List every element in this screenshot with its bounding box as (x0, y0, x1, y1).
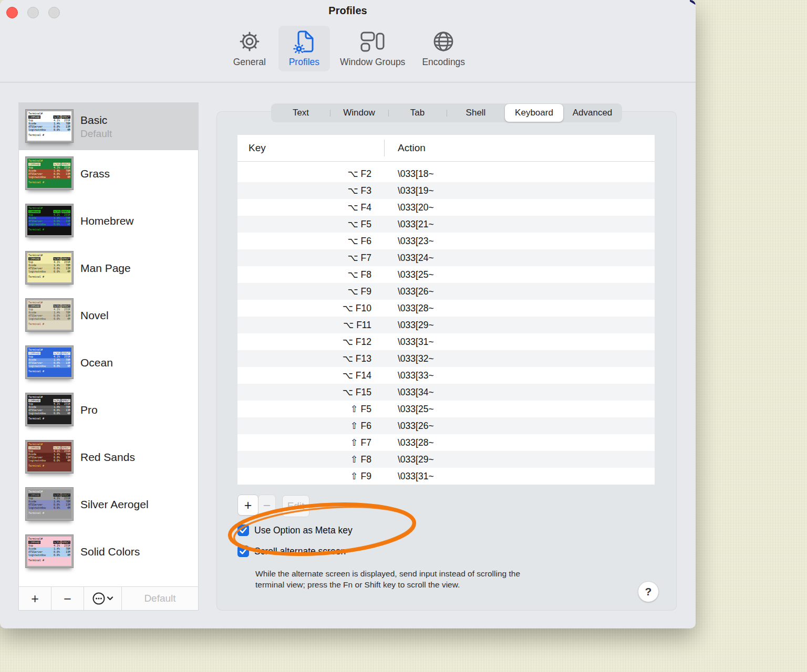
table-row[interactable]: ⇧ F6 \033[26~ (237, 417, 655, 434)
table-row[interactable]: ⌥ F5 \033[21~ (237, 216, 655, 233)
remove-profile-button[interactable]: − (51, 587, 84, 610)
key-cell: ⌥ F13 (237, 353, 384, 364)
profile-thumbnail: Terminal# COMMAND%CPURPRVT top4.1%231KXc… (26, 110, 73, 143)
table-row[interactable]: ⌥ F8 \033[25~ (237, 266, 655, 283)
table-row[interactable]: ⌥ F15 \033[34~ (237, 384, 655, 401)
table-row[interactable]: ⌥ F14 \033[33~ (237, 367, 655, 384)
gear-icon (239, 29, 261, 54)
table-row[interactable]: ⌥ F7 \033[24~ (237, 249, 655, 266)
profile-thumbnail: Terminal# COMMAND%CPURPRVT top4.1%231KXc… (26, 346, 73, 380)
table-row[interactable]: ⌥ F3 \033[19~ (237, 182, 655, 199)
remove-key-button[interactable]: − (258, 495, 276, 516)
key-cell: ⌥ F10 (237, 303, 384, 314)
add-key-button[interactable]: + (237, 495, 258, 516)
profile-list-item[interactable]: Terminal# COMMAND%CPURPRVT top4.1%231KXc… (19, 528, 198, 575)
table-row[interactable]: ⌥ F2 \033[18~ (237, 165, 655, 182)
profile-list-item[interactable]: Terminal# COMMAND%CPURPRVT top4.1%231KXc… (19, 434, 198, 481)
table-row[interactable]: ⌥ F11 \033[29~ (237, 317, 655, 333)
profile-name: Red Sands (80, 451, 135, 464)
profile-thumbnail: Terminal# COMMAND%CPURPRVT top4.1%231KXc… (26, 204, 73, 238)
key-cell: ⌥ F12 (237, 337, 384, 348)
profile-list-item[interactable]: Terminal# COMMAND%CPURPRVT top4.1%231KXc… (19, 150, 198, 197)
table-row[interactable]: ⌥ F13 \033[32~ (237, 350, 655, 367)
tab-tab[interactable]: Tab (388, 104, 447, 122)
toolbar-item-window-groups[interactable]: Window Groups (333, 26, 412, 71)
key-cell: ⇧ F6 (237, 421, 384, 432)
profile-actions-menu-button[interactable] (84, 587, 122, 610)
profile-thumbnail: Terminal# COMMAND%CPURPRVT top4.1%231KXc… (26, 299, 73, 332)
profile-thumbnail: Terminal# COMMAND%CPURPRVT top4.1%231KXc… (26, 157, 73, 191)
tab-shell[interactable]: Shell (447, 104, 505, 122)
action-cell: \033[28~ (384, 303, 434, 314)
tab-advanced[interactable]: Advanced (563, 104, 622, 122)
profile-list-item[interactable]: Terminal# COMMAND%CPURPRVT top4.1%231KXc… (19, 481, 198, 528)
table-row[interactable]: ⌥ F4 \033[20~ (237, 199, 655, 216)
action-cell: \033[20~ (384, 202, 434, 213)
profile-thumbnail: Terminal# COMMAND%CPURPRVT top4.1%231KXc… (26, 488, 73, 521)
action-cell: \033[28~ (384, 437, 434, 448)
table-body: ⌥ F2 \033[18~ ⌥ F3 \033[19~ ⌥ F4 \033[20… (237, 162, 655, 485)
action-cell: \033[31~ (384, 471, 434, 482)
footnote-line: While the alternate screen is displayed,… (255, 568, 618, 579)
profile-name: Ocean (80, 356, 113, 369)
key-cell: ⌥ F8 (237, 269, 384, 280)
key-cell: ⌥ F15 (237, 387, 384, 398)
checkbox-checked-icon[interactable] (237, 524, 249, 536)
action-cell: \033[29~ (384, 320, 434, 331)
action-cell: \033[31~ (384, 337, 434, 348)
checkbox-checked-icon[interactable] (237, 545, 249, 557)
profile-default-badge: Default (80, 128, 112, 140)
profile-thumbnail: Terminal# COMMAND%CPURPRVT top4.1%231KXc… (26, 440, 73, 474)
table-row[interactable]: ⌥ F10 \033[28~ (237, 300, 655, 317)
toolbar-item-general[interactable]: General (224, 26, 275, 71)
table-row[interactable]: ⇧ F7 \033[28~ (237, 434, 655, 451)
toolbar-item-encodings[interactable]: Encodings (415, 26, 472, 71)
profile-document-icon (293, 29, 315, 54)
table-row[interactable]: ⇧ F8 \033[29~ (237, 451, 655, 468)
table-row[interactable]: ⇧ F9 \033[31~ (237, 468, 655, 485)
tab-text[interactable]: Text (272, 104, 330, 122)
profile-list-item[interactable]: Terminal# COMMAND%CPURPRVT top4.1%231KXc… (19, 292, 198, 339)
key-cell: ⌥ F9 (237, 286, 384, 297)
use-option-as-meta-key-row[interactable]: Use Option as Meta key (237, 524, 353, 536)
action-cell: \033[25~ (384, 269, 434, 280)
profile-name: Novel (80, 309, 109, 322)
action-cell: \033[26~ (384, 286, 434, 297)
table-row[interactable]: ⇧ F5 \033[25~ (237, 401, 655, 417)
key-cell: ⇧ F5 (237, 404, 384, 415)
profile-thumbnail: Terminal# COMMAND%CPURPRVT top4.1%231KXc… (26, 251, 73, 285)
profiles-sidebar: Terminal# COMMAND%CPURPRVT top4.1%231KXc… (19, 103, 198, 610)
toolbar-label: General (233, 57, 266, 68)
scroll-alternate-screen-row[interactable]: Scroll alternate screen (237, 545, 346, 557)
checkbox-label: Scroll alternate screen (254, 546, 346, 557)
help-button[interactable]: ? (638, 581, 659, 602)
tab-window[interactable]: Window (330, 104, 388, 122)
add-profile-button[interactable]: + (19, 587, 51, 610)
table-row[interactable]: ⌥ F12 \033[31~ (237, 333, 655, 350)
table-row[interactable]: ⌥ F9 \033[26~ (237, 283, 655, 300)
table-row[interactable]: ⌥ F6 \033[23~ (237, 233, 655, 249)
profile-name: Man Page (80, 262, 131, 275)
action-cell: \033[18~ (384, 169, 434, 180)
profile-name: Silver Aerogel (80, 498, 149, 511)
profile-list-item[interactable]: Terminal# COMMAND%CPURPRVT top4.1%231KXc… (19, 197, 198, 245)
action-cell: \033[24~ (384, 253, 434, 264)
globe-icon (432, 29, 455, 54)
checkbox-label: Use Option as Meta key (254, 525, 353, 536)
set-default-button[interactable]: Default (122, 587, 198, 610)
desktop-background: Profiles General (0, 0, 807, 672)
profile-list-item[interactable]: Terminal# COMMAND%CPURPRVT top4.1%231KXc… (19, 103, 198, 150)
keyboard-shortcuts-table: Key Action ⌥ F2 \033[18~ ⌥ F3 \033[19~ ⌥… (237, 135, 655, 485)
profile-list-item[interactable]: Terminal# COMMAND%CPURPRVT top4.1%231KXc… (19, 339, 198, 386)
column-divider[interactable] (384, 140, 385, 156)
key-cell: ⌥ F2 (237, 169, 384, 180)
alternate-screen-footnote: While the alternate screen is displayed,… (255, 568, 618, 590)
toolbar-item-profiles[interactable]: Profiles (278, 26, 330, 71)
profile-list-item[interactable]: Terminal# COMMAND%CPURPRVT top4.1%231KXc… (19, 386, 198, 434)
edit-key-button[interactable]: Edit (282, 495, 309, 517)
profile-list-item[interactable]: Terminal# COMMAND%CPURPRVT top4.1%231KXc… (19, 245, 198, 292)
sidebar-footer: + − Default (19, 586, 198, 610)
key-cell: ⌥ F5 (237, 219, 384, 230)
tab-keyboard[interactable]: Keyboard (505, 104, 563, 122)
key-cell: ⇧ F7 (237, 437, 384, 448)
